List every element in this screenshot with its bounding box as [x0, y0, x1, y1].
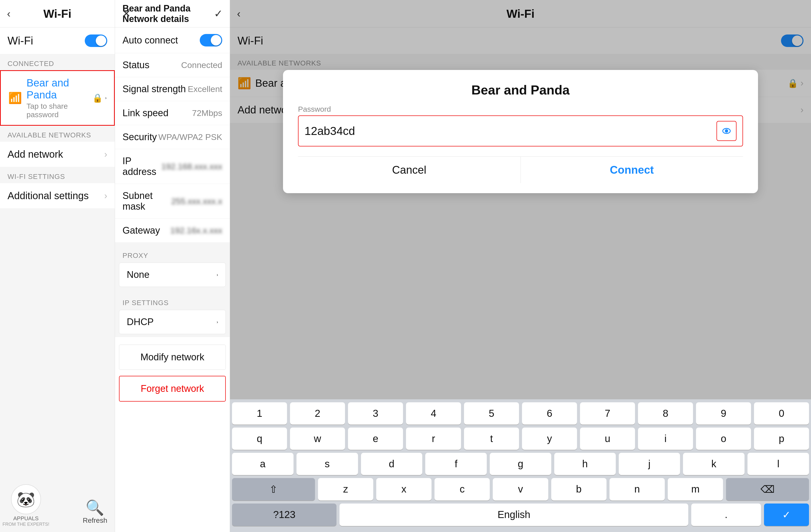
close-button[interactable]: ✕ — [122, 7, 131, 20]
forget-network-button[interactable]: Forget network — [119, 376, 226, 402]
appuals-logo: 🐼 APPUALS FROM THE EXPERTS! — [2, 484, 49, 527]
gateway-row: Gateway 192.16x.x.xxx — [115, 219, 230, 242]
key-2[interactable]: 2 — [290, 402, 345, 425]
connect-button[interactable]: Connect — [521, 157, 743, 183]
ip-address-value: 192.168.xxx.xxx — [161, 162, 222, 171]
p3-container: ‹ Wi-Fi Wi-Fi AVAILABLE NETWORKS 📶 Bear … — [230, 0, 811, 532]
enter-key[interactable]: ✓ — [764, 503, 809, 526]
key-f[interactable]: f — [425, 453, 487, 475]
key-j[interactable]: j — [619, 453, 680, 475]
add-network-label: Add network — [7, 149, 104, 160]
ip-address-row: IP address 192.168.xxx.xxx — [115, 149, 230, 184]
panel-network-details: ✕ Bear and Panda Network details ✓ Auto … — [115, 0, 230, 532]
refresh-button[interactable]: 🔍 Refresh — [83, 499, 107, 525]
proxy-section-label: PROXY — [115, 247, 230, 262]
back-button[interactable]: ‹ — [7, 8, 11, 20]
auto-connect-toggle[interactable] — [200, 34, 222, 46]
dialog-actions: Cancel Connect — [298, 156, 743, 183]
refresh-icon: 🔍 — [86, 499, 104, 517]
key-s[interactable]: s — [296, 453, 358, 475]
signal-row: Signal strength Excellent — [115, 77, 230, 101]
connected-network-row[interactable]: 📶 Bear and Panda Tap to share password 🔒… — [0, 70, 115, 126]
wifi-signal-icon: 📶 — [8, 92, 22, 105]
keyboard-asdf-row: a s d f g h j k l — [232, 453, 809, 475]
symbols-key[interactable]: ?123 — [232, 503, 337, 526]
space-key[interactable]: English — [339, 503, 688, 526]
logo-icon: 🐼 — [11, 484, 41, 514]
key-e[interactable]: e — [348, 427, 403, 450]
gateway-label: Gateway — [122, 225, 170, 236]
key-m[interactable]: m — [668, 478, 723, 501]
key-i[interactable]: i — [638, 427, 693, 450]
key-l[interactable]: l — [748, 453, 809, 475]
header-bar: ‹ Wi-Fi — [0, 0, 115, 28]
key-0[interactable]: 0 — [754, 402, 809, 425]
key-k[interactable]: k — [683, 453, 745, 475]
key-1[interactable]: 1 — [232, 402, 287, 425]
key-q[interactable]: q — [232, 427, 287, 450]
key-7[interactable]: 7 — [580, 402, 635, 425]
dialog-title: Bear and Panda — [298, 82, 743, 97]
additional-settings-row[interactable]: Additional settings › — [0, 183, 115, 209]
status-row: Status Connected — [115, 53, 230, 77]
connected-network-sub: Tap to share password — [27, 102, 92, 119]
key-o[interactable]: o — [696, 427, 751, 450]
key-d[interactable]: d — [361, 453, 423, 475]
key-t[interactable]: t — [464, 427, 519, 450]
proxy-dropdown[interactable]: None › — [119, 263, 226, 287]
cancel-button[interactable]: Cancel — [298, 157, 521, 183]
key-6[interactable]: 6 — [522, 402, 577, 425]
ip-settings-value: DHCP — [127, 317, 217, 327]
key-n[interactable]: n — [610, 478, 665, 501]
proxy-value: None — [127, 269, 217, 280]
on-screen-keyboard: 1 2 3 4 5 6 7 8 9 0 q w e r t y u i — [230, 399, 811, 532]
logo-sub: FROM THE EXPERTS! — [2, 522, 49, 527]
security-value: WPA/WPA2 PSK — [158, 132, 222, 142]
subnet-mask-row: Subnet mask 255.xxx.xxx.x — [115, 184, 230, 219]
period-key[interactable]: . — [691, 503, 761, 526]
key-4[interactable]: 4 — [406, 402, 461, 425]
key-g[interactable]: g — [490, 453, 551, 475]
key-r[interactable]: r — [406, 427, 461, 450]
password-input[interactable]: 12ab34cd — [305, 124, 717, 138]
ip-settings-dropdown[interactable]: DHCP › — [119, 310, 226, 334]
details-page-title: Bear and Panda Network details — [122, 3, 222, 24]
key-b[interactable]: b — [551, 478, 607, 501]
link-speed-row: Link speed 72Mbps — [115, 101, 230, 125]
details-header-bar: ✕ Bear and Panda Network details ✓ — [115, 0, 230, 28]
key-3[interactable]: 3 — [348, 402, 403, 425]
key-c[interactable]: c — [434, 478, 490, 501]
key-z[interactable]: z — [318, 478, 373, 501]
page-title: Wi-Fi — [44, 7, 72, 20]
key-a[interactable]: a — [232, 453, 293, 475]
panel-wifi-settings: ‹ Wi-Fi Wi-Fi CONNECTED 📶 Bear and Panda… — [0, 0, 115, 532]
link-speed-label: Link speed — [122, 108, 192, 119]
key-8[interactable]: 8 — [638, 402, 693, 425]
delete-key[interactable]: ⌫ — [726, 478, 809, 501]
ip-address-label: IP address — [122, 156, 161, 177]
subnet-mask-label: Subnet mask — [122, 190, 171, 212]
connected-network-info: Bear and Panda Tap to share password — [27, 77, 92, 119]
additional-settings-chevron: › — [104, 191, 107, 201]
dialog-password-label: Password — [298, 105, 743, 113]
logo-text: APPUALS — [13, 515, 39, 522]
key-x[interactable]: x — [376, 478, 431, 501]
modify-network-button[interactable]: Modify network — [119, 345, 226, 370]
gateway-value: 192.16x.x.xxx — [170, 226, 222, 235]
key-u[interactable]: u — [580, 427, 635, 450]
wifi-label: Wi-Fi — [7, 34, 85, 47]
key-h[interactable]: h — [554, 453, 616, 475]
key-p[interactable]: p — [754, 427, 809, 450]
key-9[interactable]: 9 — [696, 402, 751, 425]
wifi-toggle[interactable] — [85, 34, 107, 47]
add-network-row[interactable]: Add network › — [0, 142, 115, 167]
shift-key[interactable]: ⇧ — [232, 478, 315, 501]
key-w[interactable]: w — [290, 427, 345, 450]
additional-settings-label: Additional settings — [7, 190, 104, 201]
show-password-button[interactable] — [717, 121, 736, 141]
confirm-button[interactable]: ✓ — [214, 7, 223, 20]
key-5[interactable]: 5 — [464, 402, 519, 425]
key-y[interactable]: y — [522, 427, 577, 450]
status-value: Connected — [181, 60, 222, 70]
key-v[interactable]: v — [493, 478, 548, 501]
